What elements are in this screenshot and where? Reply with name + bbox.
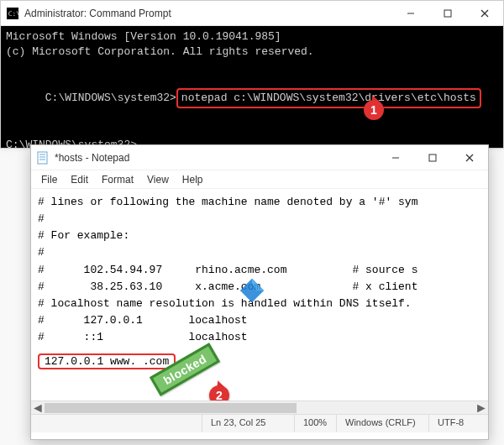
hosts-line1: # lines or following the machine name de… — [38, 194, 481, 211]
cmd-blank2 — [6, 123, 498, 138]
hosts-line4: # — [38, 244, 481, 261]
close-button[interactable] — [466, 1, 503, 26]
cmd-icon: C:\ — [6, 7, 19, 20]
notepad-window: *hosts - Notepad File Edit Format View H… — [30, 144, 489, 440]
minimize-button[interactable] — [377, 145, 414, 170]
status-line-ending: Windows (CRLF) — [337, 415, 429, 432]
menu-edit[interactable]: Edit — [64, 172, 95, 187]
notepad-horizontal-scrollbar[interactable]: ◄ ► — [31, 400, 488, 414]
maximize-button[interactable] — [429, 1, 466, 26]
scrollbar-thumb[interactable] — [45, 403, 297, 413]
scroll-left-icon[interactable]: ◄ — [31, 401, 45, 415]
cmd-body[interactable]: Microsoft Windows [Version 10.0.19041.98… — [1, 26, 503, 148]
cmd-highlighted-command: notepad c:\WINDOWS\system32\drivers\etc\… — [176, 88, 481, 108]
hosts-line9: # 127.0.0.1 localhost — [38, 312, 481, 329]
maximize-button[interactable] — [414, 145, 451, 170]
cmd-window: C:\ Administrator: Command Prompt Micros… — [0, 0, 504, 149]
notepad-statusbar: Ln 23, Col 25 100% Windows (CRLF) UTF-8 — [31, 414, 488, 432]
status-encoding: UTF-8 — [429, 415, 488, 432]
svg-text:C:\: C:\ — [8, 9, 18, 17]
cmd-window-controls — [392, 1, 503, 26]
notepad-titlebar[interactable]: *hosts - Notepad — [31, 145, 488, 170]
svg-rect-3 — [444, 10, 451, 17]
minimize-button[interactable] — [392, 1, 429, 26]
hosts-line2: # — [38, 211, 481, 228]
hosts-entry-highlighted: 127.0.0.1 www. .com — [38, 353, 176, 369]
cmd-line-copyright: (c) Microsoft Corporation. All rights re… — [6, 44, 498, 60]
watermark-icon — [238, 276, 266, 305]
notepad-window-controls — [377, 145, 488, 170]
callout-1: 1 — [364, 100, 384, 120]
close-button[interactable] — [451, 145, 488, 170]
status-zoom: 100% — [295, 415, 337, 432]
menu-file[interactable]: File — [34, 172, 64, 187]
menu-format[interactable]: Format — [95, 172, 140, 187]
cmd-titlebar[interactable]: C:\ Administrator: Command Prompt — [1, 1, 503, 26]
cmd-line-prompt1: C:\WINDOWS\system32>notepad c:\WINDOWS\s… — [6, 74, 498, 123]
notepad-title: *hosts - Notepad — [55, 152, 377, 164]
scroll-right-icon[interactable]: ► — [475, 401, 488, 415]
notepad-menubar: File Edit Format View Help — [31, 170, 488, 189]
menu-view[interactable]: View — [140, 172, 176, 187]
cmd-blank — [6, 59, 498, 74]
notepad-doc-icon — [36, 151, 50, 165]
cmd-prompt-path: C:\WINDOWS\system32> — [45, 92, 176, 104]
svg-rect-11 — [429, 154, 436, 161]
notepad-body[interactable]: # lines or following the machine name de… — [31, 189, 488, 400]
hosts-line3: # For example: — [38, 228, 481, 244]
menu-help[interactable]: Help — [176, 172, 210, 187]
callout-2: 2 — [209, 385, 229, 400]
status-spacer — [31, 415, 202, 432]
cmd-line-version: Microsoft Windows [Version 10.0.19041.98… — [6, 29, 498, 44]
cmd-title: Administrator: Command Prompt — [24, 8, 392, 19]
svg-rect-6 — [38, 152, 47, 164]
status-cursor-position: Ln 23, Col 25 — [202, 415, 295, 432]
hosts-line10: # ::1 localhost — [38, 329, 481, 346]
